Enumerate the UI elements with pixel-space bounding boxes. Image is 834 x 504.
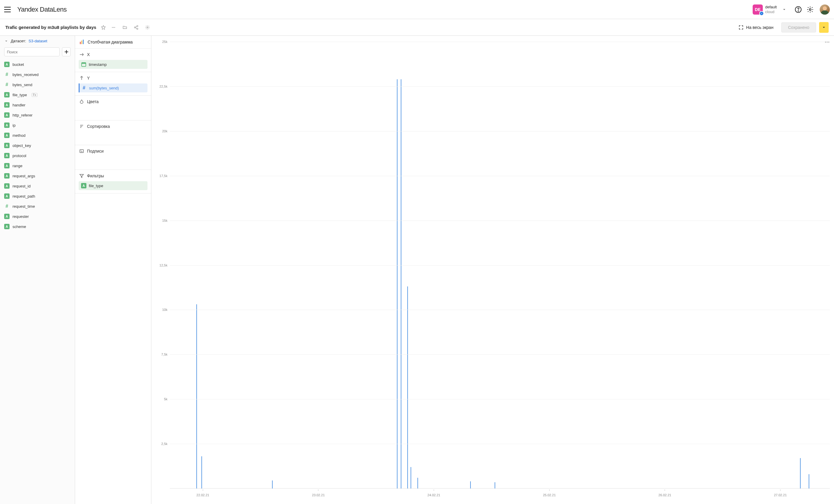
field-name: bytes_send xyxy=(13,83,32,87)
field-list: Abucket#bytes_received#bytes_sendAfile_t… xyxy=(0,59,75,504)
svg-point-10 xyxy=(147,27,148,28)
share-icon[interactable] xyxy=(134,25,138,30)
field-item[interactable]: Afile_typeFx xyxy=(0,90,75,100)
field-item[interactable]: Arequester xyxy=(0,211,75,221)
colors-icon xyxy=(79,99,84,104)
svg-point-7 xyxy=(137,25,138,26)
app-logo: Yandex DataLens xyxy=(17,6,67,14)
dataset-row[interactable]: Датасет: S3-dataset xyxy=(0,36,75,45)
filter-icon xyxy=(79,173,84,178)
field-item[interactable]: Ascheme xyxy=(0,221,75,232)
folder-icon[interactable] xyxy=(123,25,127,30)
section-labels-label: Подписи xyxy=(87,149,104,153)
chip-x-timestamp[interactable]: timestamp xyxy=(79,60,148,69)
more-icon[interactable] xyxy=(111,25,116,30)
chart-panel: 25k22,5k20k17,5k15k12,5k10k7,5k5k2,5k 22… xyxy=(151,36,834,504)
text-type-icon: A xyxy=(4,183,9,189)
colors-dropzone[interactable] xyxy=(79,106,148,117)
field-item[interactable]: Arange xyxy=(0,161,75,171)
viz-type-label: Столбчатая диаграмма xyxy=(88,40,133,44)
field-item[interactable]: #bytes_send xyxy=(0,80,75,90)
text-type-icon: A xyxy=(4,102,9,108)
chart-bar xyxy=(401,79,401,488)
help-icon[interactable] xyxy=(795,6,802,13)
hash-icon: # xyxy=(81,85,87,91)
viz-type-selector[interactable]: Столбчатая диаграмма xyxy=(75,36,151,49)
fullscreen-label: На весь экран xyxy=(746,25,773,30)
calendar-icon xyxy=(81,62,86,67)
field-item[interactable]: Abucket xyxy=(0,59,75,69)
chip-y-measure[interactable]: # sum(bytes_send) xyxy=(79,84,148,92)
field-name: request_id xyxy=(13,184,31,189)
cloud-switcher[interactable]: DE default cloud xyxy=(751,3,792,16)
avatar[interactable] xyxy=(820,4,830,15)
field-name: range xyxy=(13,163,22,168)
section-y: Y # sum(bytes_send) xyxy=(75,72,151,96)
sort-icon xyxy=(79,124,84,129)
section-colors-label: Цвета xyxy=(87,99,98,104)
settings-icon[interactable] xyxy=(145,25,150,30)
text-type-icon: A xyxy=(4,163,9,169)
save-dropdown-button[interactable] xyxy=(819,22,829,33)
text-type-icon: A xyxy=(4,173,9,178)
logo-brand: Yandex xyxy=(17,6,38,13)
chart-bar xyxy=(470,481,471,488)
field-item[interactable]: Aobject_key xyxy=(0,140,75,151)
chart-x-axis: 22.02.2123.02.2124.02.2125.02.2126.02.21… xyxy=(170,490,830,501)
search-input[interactable] xyxy=(4,47,60,56)
text-type-icon: A xyxy=(4,133,9,138)
section-labels: Подписи xyxy=(75,145,151,170)
text-type-icon: A xyxy=(81,183,86,189)
cloud-icon xyxy=(759,11,764,16)
gear-icon[interactable] xyxy=(807,6,814,13)
field-item[interactable]: Aip xyxy=(0,120,75,130)
chip-x-text: timestamp xyxy=(89,62,107,67)
chevron-down-icon xyxy=(822,25,826,29)
hash-icon: # xyxy=(4,203,9,209)
y-tick: 5k xyxy=(164,397,168,401)
star-icon[interactable] xyxy=(101,25,106,30)
text-type-icon: A xyxy=(4,123,9,128)
field-item[interactable]: #bytes_received xyxy=(0,69,75,80)
sort-dropzone[interactable] xyxy=(79,131,148,142)
field-item[interactable]: Amethod xyxy=(0,130,75,140)
field-item[interactable]: Ahandler xyxy=(0,100,75,110)
field-item[interactable]: Arequest_args xyxy=(0,171,75,181)
text-type-icon: A xyxy=(4,224,9,229)
menu-icon[interactable] xyxy=(4,5,13,14)
chart-bar xyxy=(800,458,800,488)
hash-icon: # xyxy=(4,82,9,87)
add-field-button[interactable] xyxy=(62,47,71,56)
svg-point-8 xyxy=(134,27,136,28)
y-tick: 2,5k xyxy=(161,442,168,445)
field-item[interactable]: Aprotocol xyxy=(0,151,75,161)
dataset-link[interactable]: S3-dataset xyxy=(29,39,47,43)
chevron-down-icon xyxy=(782,7,786,12)
chip-filter-filetype[interactable]: A file_type xyxy=(79,181,148,190)
text-type-icon: A xyxy=(4,62,9,67)
field-item[interactable]: #request_time xyxy=(0,201,75,211)
fx-badge: Fx xyxy=(31,93,37,97)
chart-bar xyxy=(809,474,809,488)
plus-icon xyxy=(64,50,68,54)
text-type-icon: A xyxy=(4,92,9,97)
field-name: http_referer xyxy=(13,113,32,117)
labels-dropzone[interactable] xyxy=(79,156,148,167)
chart-bar xyxy=(417,478,418,488)
field-name: protocol xyxy=(13,153,26,158)
fullscreen-icon xyxy=(738,25,744,30)
field-name: ip xyxy=(13,123,16,128)
field-name: object_key xyxy=(13,144,31,148)
field-item[interactable]: Ahttp_referer xyxy=(0,110,75,120)
axis-y-icon xyxy=(79,76,84,81)
svg-rect-12 xyxy=(81,41,82,44)
field-item[interactable]: Arequest_path xyxy=(0,191,75,201)
field-item[interactable]: Arequest_id xyxy=(0,181,75,191)
page-title: Trafic generated by m3u8 playlists by da… xyxy=(5,25,96,30)
section-y-label: Y xyxy=(87,76,90,81)
y-tick: 25k xyxy=(162,40,168,44)
axis-x-icon xyxy=(79,52,84,57)
chart-bar xyxy=(411,467,411,488)
fullscreen-button[interactable]: На весь экран xyxy=(736,23,776,32)
svg-marker-3 xyxy=(101,25,105,29)
